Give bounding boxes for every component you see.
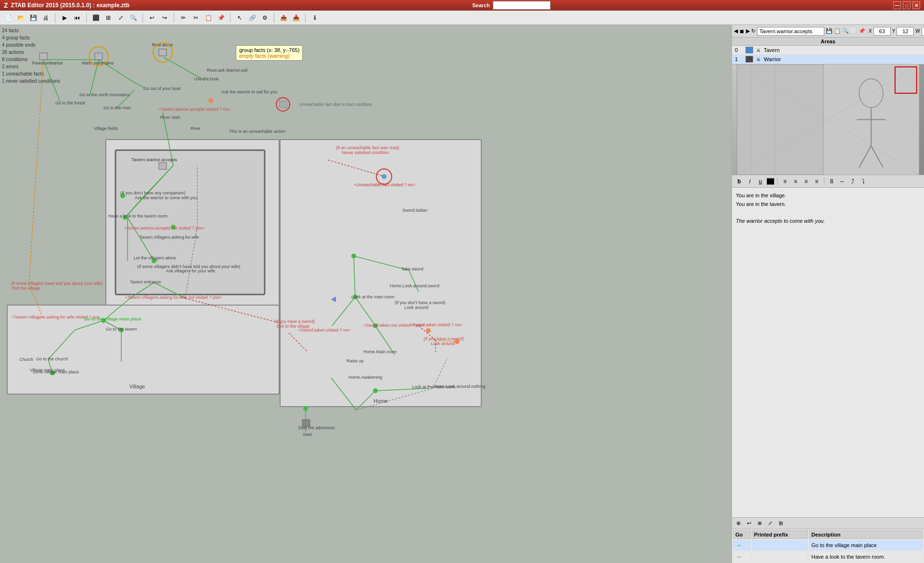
- settings-button[interactable]: ⚙: [259, 13, 270, 23]
- text-toolbar: b i u ≡ ≡ ≡ ≡ 8 ↔ ⤴ ⤵: [732, 175, 924, 188]
- save-button[interactable]: 💾: [28, 13, 38, 23]
- zoom-in-button[interactable]: 🔍: [128, 13, 139, 23]
- svg-text:Let the villagers alone: Let the villagers alone: [134, 256, 176, 260]
- svg-point-74: [353, 294, 358, 299]
- svg-line-40: [289, 333, 308, 352]
- areas-list: 0 ⚔ Tavern 1 ⚔ Warrior: [732, 46, 924, 64]
- action-row-0[interactable]: → Go to the village main place: [733, 540, 923, 550]
- svg-text:(If you have a sword): (If you have a sword): [274, 319, 315, 324]
- move-up-button[interactable]: ⤢: [766, 519, 774, 528]
- area-num-1: 1: [735, 56, 743, 62]
- svg-point-81: [455, 339, 460, 344]
- svg-text:Look around: Look around: [431, 341, 455, 346]
- zoom-fit-button[interactable]: ⤢: [116, 13, 126, 23]
- right-panel: ◀ ⏹ ▶ ↻ 💾 📋 🔍 ⬜ 📌 X 63 Y 12 W 35 H 78 Ar…: [732, 25, 924, 563]
- redo-button[interactable]: ↪: [159, 13, 170, 23]
- move-down-button[interactable]: ⊞: [776, 519, 785, 528]
- select-button[interactable]: ⬛: [90, 13, 101, 23]
- stat-group: 4 group facts: [2, 34, 60, 41]
- action-go-1: →: [733, 551, 751, 562]
- svg-text:Look at the main room.: Look at the main room.: [412, 384, 456, 389]
- pen-button[interactable]: ✏: [178, 13, 189, 23]
- svg-text:Go to the forest: Go to the forest: [55, 101, 86, 105]
- link-button[interactable]: 🔗: [247, 13, 257, 23]
- y-label: Y: [892, 28, 896, 34]
- save-icon-button[interactable]: 💾: [826, 26, 833, 36]
- bold-button[interactable]: b: [735, 177, 744, 186]
- open-button[interactable]: 📂: [15, 13, 26, 23]
- svg-text:Home: Home: [373, 398, 387, 404]
- arrow-icon-0: →: [735, 541, 742, 549]
- canvas-area[interactable]: 24 facts 4 group facts 4 possible ends 2…: [0, 25, 732, 563]
- copy-icon-button[interactable]: 📋: [834, 26, 841, 36]
- align-right-button[interactable]: ≡: [802, 177, 810, 186]
- play-button[interactable]: ▶: [59, 13, 70, 23]
- svg-rect-55: [159, 49, 167, 56]
- delete-action-button[interactable]: ⊗: [755, 519, 764, 528]
- svg-line-31: [332, 297, 355, 326]
- nav-forward-button[interactable]: ▶: [746, 26, 750, 36]
- area-row-1[interactable]: 1 ⚔ Warrior: [732, 55, 924, 64]
- minimize-button[interactable]: —: [893, 1, 901, 9]
- svg-line-8: [99, 60, 135, 83]
- print-button[interactable]: 🖨: [40, 13, 51, 23]
- svg-line-25: [48, 330, 75, 359]
- svg-line-24: [103, 320, 121, 330]
- maximize-button[interactable]: □: [903, 1, 911, 9]
- stat-actions: 26 actions: [2, 49, 60, 56]
- nav-back-button[interactable]: ◀: [734, 26, 738, 36]
- area-name-1: Warrior: [764, 56, 781, 62]
- color-picker[interactable]: [767, 178, 774, 185]
- pointer-button[interactable]: ↖: [234, 13, 245, 23]
- svg-marker-82: [331, 296, 336, 302]
- search-input[interactable]: [493, 1, 551, 10]
- stat-errors: 2 errors: [2, 63, 60, 70]
- area-row-0[interactable]: 0 ⚔ Tavern: [732, 46, 924, 55]
- action-desc-0: Go to the village main place: [809, 540, 923, 550]
- action-row-1[interactable]: → Have a look to the tavern room.: [733, 551, 923, 562]
- undo-action-button[interactable]: ↩: [744, 519, 753, 528]
- export-text-button[interactable]: ⤴: [848, 177, 857, 186]
- paste-button[interactable]: 📌: [216, 13, 226, 23]
- italic-button[interactable]: i: [745, 177, 754, 186]
- import-text-button[interactable]: ⤵: [859, 177, 868, 186]
- y-value: 12: [897, 27, 914, 36]
- fact-name-input[interactable]: [757, 27, 824, 36]
- svg-text:<Tavern.Villagers.asking for w: <Tavern.Villagers.asking for wife visite…: [12, 315, 100, 320]
- cut-button[interactable]: ✂: [191, 13, 201, 23]
- sep7: [305, 13, 306, 23]
- svg-text:Go to the village main place: Go to the village main place: [84, 317, 141, 321]
- undo-button[interactable]: ↩: [147, 13, 157, 23]
- link-text-button[interactable]: ↔: [838, 177, 847, 186]
- text-line2: You are in the tavern.: [736, 200, 920, 209]
- stat-ends: 4 possible ends: [2, 41, 60, 49]
- add-action-button[interactable]: ⊕: [734, 519, 743, 528]
- copy-button[interactable]: 📋: [203, 13, 214, 23]
- expand-icon-button[interactable]: ⬜: [850, 26, 857, 36]
- w-value: 35: [922, 27, 924, 36]
- underline-button[interactable]: u: [756, 177, 765, 186]
- new-button[interactable]: 📄: [3, 13, 13, 23]
- sep1: [55, 13, 55, 23]
- align-left-button[interactable]: ≡: [781, 177, 789, 186]
- refresh-button[interactable]: ↻: [751, 26, 756, 36]
- col-prefix: Printed prefix: [752, 530, 808, 539]
- search-icon-button[interactable]: 🔍: [842, 26, 849, 36]
- justify-button[interactable]: ≡: [812, 177, 821, 186]
- nav-home-button[interactable]: ⏹: [739, 26, 744, 36]
- text-content: You are in the village. You are in the t…: [732, 188, 924, 517]
- align-center-button[interactable]: ≡: [791, 177, 800, 186]
- tooltip: group facts (x: 38, y:-765) empty facts …: [236, 45, 303, 61]
- svg-text:Tavern.warrior.accepts: Tavern.warrior.accepts: [131, 157, 177, 162]
- svg-line-35: [331, 378, 356, 410]
- close-button[interactable]: ✕: [912, 1, 920, 9]
- numbered-list-button[interactable]: 8: [827, 177, 836, 186]
- export-button[interactable]: 📤: [278, 13, 289, 23]
- pin-icon-button[interactable]: 📌: [859, 26, 865, 36]
- group-button[interactable]: ⊞: [103, 13, 114, 23]
- about-button[interactable]: ℹ: [309, 13, 320, 23]
- svg-text:Ask the warrior to sail for yo: Ask the warrior to sail for you: [221, 90, 277, 94]
- svg-text:Go to the river: Go to the river: [103, 105, 131, 110]
- import-button[interactable]: 📥: [291, 13, 301, 23]
- start-button[interactable]: ⏮: [72, 13, 82, 23]
